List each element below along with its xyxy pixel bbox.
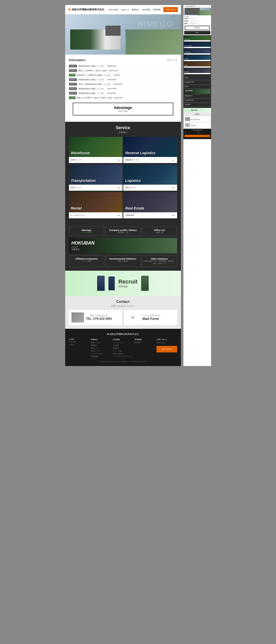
info-text-5: 第6回納涼祭告を掲載しています。 [78,88,106,90]
message-box[interactable]: Message トップメッセージ [69,227,104,236]
footer-col-company-3[interactable]: グループ企業 [113,350,133,352]
mobile-environmental-box[interactable]: Environmental Initiatives 環境への取組み [184,99,210,102]
mobile-message-box[interactable]: Message トップメッセージ [184,76,210,80]
mobile-company-profile-box[interactable]: Company profile / History 会社概要・沿革 [184,80,210,84]
footer-col-contact-0[interactable]: お問い合わせ [156,342,177,344]
mobile-service-list: Warehouse 倉庫サービス → Reverse Logistics 静脈物… [183,35,211,75]
office-list-box[interactable]: Office List 営業所一覧 [142,227,177,236]
mobile-menu-icon[interactable]: ≡ [210,6,210,7]
mobile-reverse-footer[interactable]: 静脈物流サービス → [184,47,211,48]
footer-contact-btn-wrapper: お問い合わせ [156,346,177,352]
nav-recruit[interactable]: 採用情報 [153,8,161,11]
info-more-link[interactable]: お知らせ一覧 [167,59,177,61]
mobile-recruit[interactable]: Recruit 採用情報 [183,108,211,112]
info-item-5[interactable]: お知らせ 第6回納涼祭告を掲載しています。 2021/07/08 [69,87,177,91]
info-item-2[interactable]: 法令等 規約変更による適配代号を掲載しています。 2023/01 [69,73,177,77]
nav-company[interactable]: 会社情報 [142,8,150,11]
nav-contact-button[interactable]: お問い合わせ [163,7,178,12]
mobile-info-item-0[interactable]: お知らせ 第9回納涼祭告を掲載しています。 [184,17,210,20]
info-item-0[interactable]: お知らせ 第9回納涼祭告を掲載しています。 2024/07/08 [69,64,177,68]
rental-footer[interactable]: レンタルサービス → [69,212,123,218]
environmental-box[interactable]: Environmental Initiatives 環境への取組み [105,255,141,267]
mobile-info-item-2[interactable]: 法令等 規約変更による適配代号を掲載しています。 [184,22,210,25]
footer-contact-button[interactable]: お問い合わせ [156,346,177,352]
footer-col-home-item-1[interactable]: お知らせ [69,344,90,346]
service-transport[interactable]: Transportation [69,165,123,185]
company-profile-box[interactable]: Company profile / History 会社概要・沿革 [105,227,141,236]
footer-col-home-item-0[interactable]: 当社の強み [69,341,90,343]
nav-strength[interactable]: 当社の強み [108,8,119,11]
info-date-1: 2023/12/15 [109,70,118,71]
service-logistics[interactable]: Logistics [123,165,177,185]
mobile-logistics-footer[interactable]: 物流サービス → [184,60,211,61]
office-list-title: Office List [143,229,176,231]
mobile-rental[interactable]: Rental [184,62,211,66]
mobile-phone-box[interactable]: 電話でのお問い合わせ TEL. 079-222-2891 [184,116,210,122]
nav-service[interactable]: 事業紹介 [132,8,140,11]
mobile-preview: ✿ 姫路合同運輸自動車株式会社 ≡ HIMEGO Information お知ら… [183,5,211,366]
recruit-figure-3 [141,276,149,291]
footer-col-service-1[interactable]: 静脈物流 [91,344,111,347]
service-reverse[interactable]: Reverse Logistics [123,137,177,157]
service-realestate[interactable]: Real Estate [123,192,177,212]
transport-arrow: → [116,185,121,190]
mobile-footer-contact-btn[interactable]: お問い合わせ [184,135,210,137]
hokuban-banner[interactable]: HOKUBAN branch 北播支店 [69,238,177,253]
info-item-1[interactable]: お知らせ 農薬による多季外にご協力のご案内 / 2023/12/15 [69,68,177,73]
info-item-6[interactable]: お知らせ 第5回納涼祭告を掲載しています。 2021/07/04 [69,91,177,96]
contact-phone-box[interactable]: 電話でのお問い合わせ TEL. 079-222-2891 [69,310,122,325]
footer-col-company-4[interactable]: 環境への取組み [113,353,133,355]
footer-col-service-4[interactable]: レンタルサービス [91,353,111,355]
mobile-realestate[interactable]: Real Estate [184,68,211,73]
footer-col-company-1[interactable]: 会社概要 [113,344,133,347]
info-item-4[interactable]: お知らせ 第7回・第8回納涼祭告を掲載しています。 2022/07/08 [69,82,177,87]
company-grid-1: Message トップメッセージ Company profile / Histo… [69,227,177,236]
nav-news[interactable]: お知らせ [121,8,129,11]
footer-col-company-0[interactable]: トップメッセージ [113,342,133,344]
info-item-3[interactable]: お知らせ 第8回納涼祭告を掲載しています。 2023/07/08 [69,77,177,82]
service-warehouse-wrapper: Warehouse 倉庫サービス → [69,137,123,163]
contact-mail-box[interactable]: ✉ メールでのお問い合わせ Mail Form [124,310,177,325]
mobile-office-list-box[interactable]: Office List 営業所一覧 [184,85,210,89]
mobile-transport[interactable]: Transportation [184,49,211,53]
mobile-footer-grid: HOME 当社の強み お知らせ 事業紹介 倉庫サービス 静脈物流 [184,132,210,134]
rental-label: Rental [69,204,123,212]
mobile-hokuban[interactable]: HOKUBAN branch 北播支店 [184,89,210,94]
contact-section: Contact お問い合わせはこちらから 電話でのお問い合わせ TEL. 079… [65,296,181,329]
footer-col-service-5[interactable]: 不動産事業 [91,355,111,358]
info-item-7[interactable]: 法令等 農薬による多季外のご協力のご案内のご案内 2019/12/09 [69,96,177,100]
mobile-info-item-1[interactable]: お知らせ 農薬による多季外にご協力のご案内 [184,20,210,22]
footer-col-service-0[interactable]: 倉庫サービス [91,342,111,344]
mobile-transport-footer[interactable]: 輸送サービス → [184,53,211,55]
info-title: Information [69,58,86,62]
footer-col-service-2[interactable]: 輸送サービス [91,347,111,349]
advantage-box[interactable]: Advantage 当社の強み [73,103,173,115]
other-initiatives-box[interactable]: Other Initiatives 従業員の健康・安全・環境電機器・施免基準・認… [142,255,177,267]
mobile-mail-box[interactable]: ✉ メールでのお問い合わせ Mail Form [184,123,210,128]
warehouse-subtitle: 倉庫サービス [71,159,82,161]
service-warehouse[interactable]: Warehouse [69,137,123,157]
mobile-realestate-footer[interactable]: 不動産事業 → [184,73,211,74]
mobile-advantage[interactable]: Advantage 当社の強み [185,26,210,30]
recruit-text: Recruit 採用情報 [119,278,138,288]
footer-col-recruit-0[interactable]: 採用情報 [135,342,155,344]
footer-col-company-5[interactable]: コンプライアンスマニュアル [113,355,133,358]
affiliated-box[interactable]: Affiliated Companies グループ企業 [69,255,104,267]
footer-col-company-2[interactable]: 拠点案内 [113,347,133,349]
mobile-warehouse[interactable]: Warehouse [184,36,211,40]
logistics-footer[interactable]: 物流サービス → [123,185,177,191]
mobile-other-box[interactable]: Other Initiatives 認証・認定マーク [184,103,210,107]
transport-footer[interactable]: 輸送サービス → [69,185,123,191]
mobile-affiliated-box[interactable]: Affiliated Companies グループ企業 [184,94,210,98]
footer-col-service-3[interactable]: 物流サービス [91,350,111,352]
mobile-reverse[interactable]: Reverse Logistics [184,42,211,47]
warehouse-footer[interactable]: 倉庫サービス → [69,157,123,163]
service-rental[interactable]: Rental [69,192,123,212]
reverse-footer[interactable]: 静脈物流サービス → [123,157,177,163]
recruit-section[interactable]: Recruit 採用情報 [65,271,181,296]
mail-icon: ✉ [127,312,139,323]
mobile-warehouse-footer[interactable]: 倉庫サービス → [184,40,211,42]
realestate-footer[interactable]: 不動産事業 → [123,212,177,218]
mobile-rental-footer[interactable]: レンタルサービス → [184,66,211,68]
mobile-logistics[interactable]: Logistics [184,55,211,60]
